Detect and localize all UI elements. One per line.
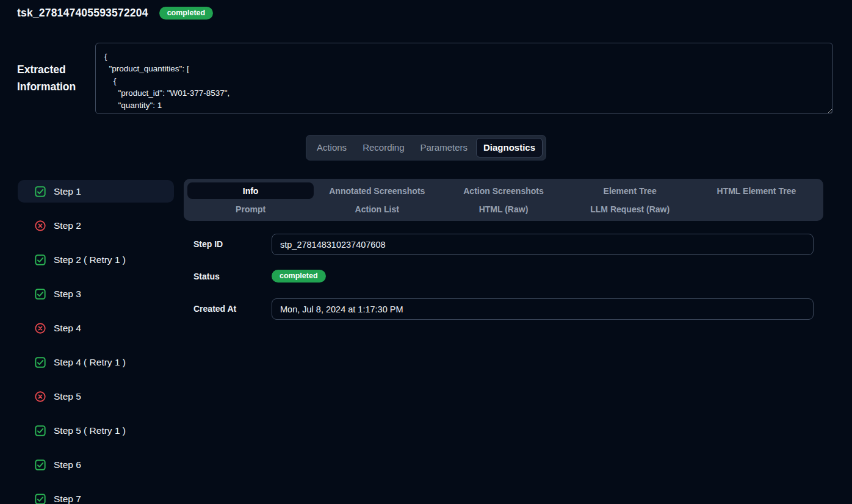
subtab-annotated-screenshots[interactable]: Annotated Screenshots: [314, 182, 440, 199]
subtab-prompt[interactable]: Prompt: [187, 201, 314, 217]
step-item-step-2[interactable]: Step 2: [18, 214, 174, 237]
step-item-label: Step 6: [54, 459, 81, 470]
step-item-step-1[interactable]: Step 1: [18, 180, 174, 203]
check-icon: [35, 186, 46, 197]
error-icon: [35, 220, 46, 231]
tab-parameters[interactable]: Parameters: [413, 138, 475, 157]
tab-actions[interactable]: Actions: [309, 138, 354, 157]
check-icon: [35, 289, 46, 300]
subtab-html-raw[interactable]: HTML (Raw): [440, 201, 566, 217]
step-id-input[interactable]: [272, 234, 814, 255]
check-icon: [35, 357, 46, 368]
main-tab-bar-wrap: Actions Recording Parameters Diagnostics: [0, 135, 852, 160]
subtab-info[interactable]: Info: [187, 182, 314, 199]
step-item-step-5[interactable]: Step 5: [18, 385, 174, 408]
step-item-label: Step 5: [54, 391, 81, 402]
check-icon: [35, 459, 46, 470]
task-status-badge: completed: [159, 7, 214, 20]
header: tsk_278147405593572204 completed: [17, 7, 213, 20]
step-item-label: Step 7: [54, 494, 81, 504]
subtab-llm-request-raw[interactable]: LLM Request (Raw): [567, 201, 693, 217]
main-tab-bar: Actions Recording Parameters Diagnostics: [306, 135, 546, 160]
page-title: tsk_278147405593572204: [17, 7, 148, 20]
status-label: Status: [193, 272, 220, 281]
step-item-step-6[interactable]: Step 6: [18, 453, 174, 476]
subtab-action-screenshots[interactable]: Action Screenshots: [440, 182, 566, 199]
step-item-label: Step 4: [54, 323, 81, 334]
step-item-label: Step 4 ( Retry 1 ): [54, 357, 126, 368]
task-diagnostics-page: tsk_278147405593572204 completed Extract…: [0, 0, 852, 504]
extracted-information-label: Extracted Information: [17, 61, 90, 95]
check-icon: [35, 494, 46, 504]
step-item-label: Step 1: [54, 186, 81, 197]
extracted-information-textarea[interactable]: { "product_quantities": [ { "product_id"…: [95, 43, 833, 114]
step-item-step-3[interactable]: Step 3: [18, 283, 174, 305]
check-icon: [35, 425, 46, 436]
diagnostics-tab-bar: Info Annotated Screenshots Action Screen…: [184, 179, 823, 221]
step-item-step-2-retry-1[interactable]: Step 2 ( Retry 1 ): [18, 248, 174, 271]
step-item-label: Step 2 ( Retry 1 ): [54, 254, 126, 265]
created-at-label: Created At: [193, 304, 236, 314]
step-item-label: Step 5 ( Retry 1 ): [54, 425, 126, 436]
step-item-label: Step 3: [54, 289, 81, 300]
error-icon: [35, 323, 46, 334]
step-list: Step 1 Step 2 Step 2 ( Retry 1 ) Step 3 …: [18, 180, 174, 504]
step-item-step-4-retry-1[interactable]: Step 4 ( Retry 1 ): [18, 351, 174, 373]
step-status-badge: completed: [272, 270, 326, 283]
subtab-element-tree[interactable]: Element Tree: [567, 182, 693, 199]
step-item-step-7[interactable]: Step 7: [18, 488, 174, 504]
check-icon: [35, 254, 46, 265]
created-at-input[interactable]: [272, 298, 814, 320]
tab-recording[interactable]: Recording: [355, 138, 411, 157]
step-item-step-5-retry-1[interactable]: Step 5 ( Retry 1 ): [18, 419, 174, 442]
error-icon: [35, 391, 46, 402]
step-item-step-4[interactable]: Step 4: [18, 317, 174, 339]
subtab-html-element-tree[interactable]: HTML Element Tree: [693, 182, 820, 199]
tab-diagnostics[interactable]: Diagnostics: [476, 138, 543, 157]
step-id-label: Step ID: [193, 240, 223, 249]
step-item-label: Step 2: [54, 220, 81, 231]
subtab-action-list[interactable]: Action List: [314, 201, 440, 217]
